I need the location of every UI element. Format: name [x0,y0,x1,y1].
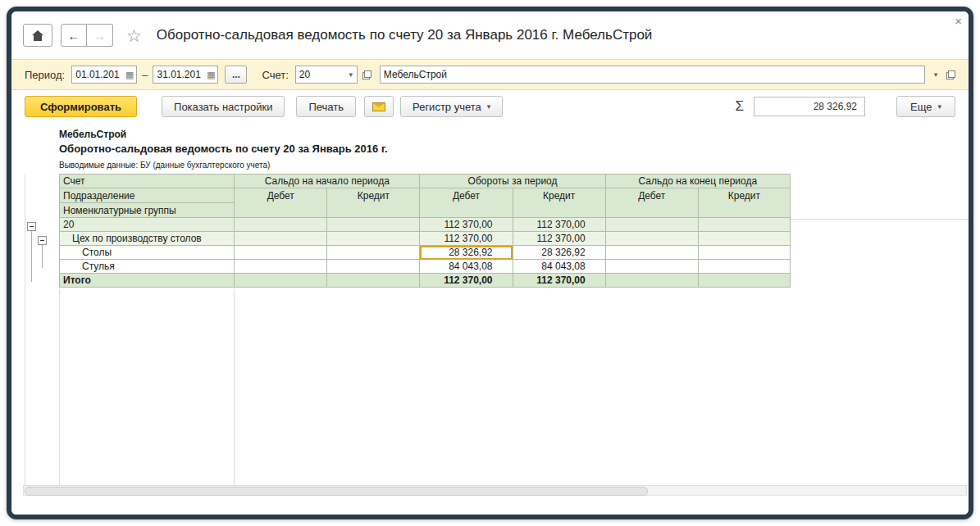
selected-cell-turnover-debit[interactable]: 28 326,92 [420,246,513,260]
header-debit[interactable]: Дебет [420,188,513,218]
account-field[interactable]: ▾ [295,66,358,84]
period-options-button[interactable]: ... [225,66,247,84]
header-subdivision[interactable]: Подразделение [60,188,235,203]
cell-closing-credit[interactable] [698,260,790,274]
grid-extension-line [59,289,60,486]
chevron-down-icon[interactable]: ▾ [930,70,941,79]
show-settings-button[interactable]: Показать настройки [162,96,285,117]
account-input[interactable] [296,69,345,80]
favorite-star-icon[interactable]: ☆ [126,27,142,44]
account-label: Счет: [262,69,288,81]
close-icon[interactable]: × [955,15,962,27]
cell-turnover-credit[interactable]: 84 043,08 [513,260,605,274]
date-to-input[interactable] [153,69,204,80]
home-button[interactable] [23,24,52,47]
row-label[interactable]: Цех по производству столов [60,232,235,246]
cell-closing-debit[interactable] [605,218,698,232]
cell-opening-credit[interactable] [327,274,420,288]
print-button[interactable]: Печать [296,96,356,117]
more-button[interactable]: Еще ▾ [896,96,955,117]
row-label[interactable]: Стулья [60,260,235,274]
cell-opening-credit[interactable] [327,246,420,260]
cell-opening-credit[interactable] [327,232,420,246]
register-menu-button[interactable]: Регистр учета ▾ [400,96,503,117]
cell-turnover-credit[interactable]: 28 326,92 [513,246,605,260]
sigma-icon: Σ [736,98,745,115]
row-label[interactable]: 20 [60,218,235,232]
cell-turnover-credit[interactable]: 112 370,00 [513,274,605,288]
autosum-value: 28 326,92 [814,101,857,112]
scrollbar-thumb[interactable] [25,487,648,496]
cell-turnover-credit[interactable]: 112 370,00 [513,218,605,232]
row-label[interactable]: Итого [60,274,235,288]
header-closing-balance[interactable]: Сальдо на конец периода [605,175,790,188]
calendar-icon[interactable]: ▦ [123,70,136,80]
open-organization-icon[interactable] [946,70,955,79]
header-credit[interactable]: Кредит [698,188,790,218]
open-account-icon[interactable] [362,70,371,79]
cell-closing-credit[interactable] [698,232,790,246]
more-label: Еще [910,101,932,113]
date-from-field[interactable]: ▦ [71,66,137,84]
cell-opening-debit[interactable] [235,218,327,232]
table-row-total: Итого 112 370,00 112 370,00 [60,274,791,288]
table-row-account-20: 20 112 370,00 112 370,00 [60,218,791,232]
cell-closing-debit[interactable] [605,246,698,260]
table-row-stoly: Столы 28 326,92 28 326,92 [60,246,791,260]
cell-closing-debit[interactable] [605,232,698,246]
cell-closing-credit[interactable] [698,218,790,232]
envelope-icon [372,102,385,111]
cell-turnover-debit[interactable]: 112 370,00 [420,218,513,232]
header-debit[interactable]: Дебет [235,188,327,218]
cell-turnover-debit[interactable]: 84 043,08 [420,260,513,274]
organization-input[interactable] [381,69,924,80]
cell-opening-debit[interactable] [235,246,327,260]
header-row-groups: Счет Сальдо на начало периода Обороты за… [60,175,791,188]
autosum-field[interactable]: 28 326,92 [754,97,865,116]
table-row-stulya: Стулья 84 043,08 84 043,08 [60,260,791,274]
header-row-debit-credit: Подразделение Дебет Кредит Дебет Кредит … [60,188,791,203]
cell-closing-credit[interactable] [698,274,790,288]
cell-opening-debit[interactable] [235,260,327,274]
report-organization: МебельСтрой [59,129,126,140]
tree-connector-line [42,243,43,268]
period-label: Период: [25,69,65,81]
collapse-group-subdivision-icon[interactable] [38,236,47,245]
cell-turnover-debit[interactable]: 112 370,00 [420,274,513,288]
header-opening-balance[interactable]: Сальдо на начало периода [235,175,420,188]
home-icon [32,30,43,41]
chevron-down-icon[interactable]: ▾ [345,70,357,79]
cell-closing-debit[interactable] [605,274,698,288]
cell-turnover-credit[interactable]: 112 370,00 [513,232,605,246]
header-nomenclature-groups[interactable]: Номенклатурные группы [60,203,235,218]
page-title: Оборотно-сальдовая ведомость по счету 20… [157,27,653,43]
header-turnover[interactable]: Обороты за период [420,175,605,188]
header-credit[interactable]: Кредит [327,188,420,218]
app-window: ← → ☆ Оборотно-сальдовая ведомость по сч… [7,7,973,519]
cell-opening-debit[interactable] [235,274,327,288]
date-to-field[interactable]: ▦ [153,66,218,84]
cell-opening-credit[interactable] [327,260,420,274]
header-credit[interactable]: Кредит [513,188,605,218]
cell-closing-credit[interactable] [698,246,790,260]
report-area: МебельСтрой Оборотно-сальдовая ведомость… [11,123,969,515]
date-from-input[interactable] [72,69,123,80]
organization-field[interactable] [380,66,925,84]
header-debit[interactable]: Дебет [605,188,698,218]
header-account[interactable]: Счет [60,175,235,188]
collapse-group-account-icon[interactable] [27,222,36,231]
generate-button[interactable]: Сформировать [25,96,137,117]
cell-closing-debit[interactable] [605,260,698,274]
cell-opening-debit[interactable] [235,232,327,246]
forward-button[interactable]: → [87,24,113,47]
horizontal-scrollbar[interactable] [23,485,967,496]
row-label[interactable]: Столы [60,246,235,260]
forward-arrow-icon: → [93,29,106,43]
cell-opening-credit[interactable] [327,218,420,232]
back-button[interactable]: ← [61,24,87,47]
table-row-subdivision: Цех по производству столов 112 370,00 11… [60,232,791,246]
send-email-button[interactable] [364,96,394,117]
register-label: Регистр учета [413,101,481,113]
calendar-icon[interactable]: ▦ [204,70,217,80]
cell-turnover-debit[interactable]: 112 370,00 [420,232,513,246]
